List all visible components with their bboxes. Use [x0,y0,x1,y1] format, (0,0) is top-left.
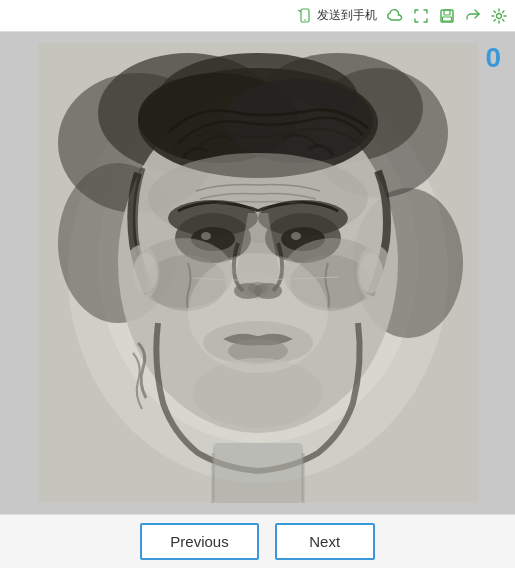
settings-icon [491,8,507,24]
svg-rect-39 [213,443,303,503]
svg-point-28 [291,232,301,240]
portrait-image [38,43,478,503]
cloud-button[interactable] [387,8,403,24]
image-area: 0 [0,32,515,514]
save-button[interactable] [439,8,455,24]
send-to-phone-icon [297,8,313,24]
image-counter: 0 [485,42,501,74]
svg-rect-3 [444,10,450,15]
fullscreen-button[interactable] [413,8,429,24]
share-icon [465,8,481,24]
svg-point-1 [304,19,306,21]
fullscreen-icon [413,8,429,24]
cloud-icon [387,8,403,24]
svg-point-5 [497,13,502,18]
svg-rect-4 [443,17,452,21]
share-button[interactable] [465,8,481,24]
previous-button[interactable]: Previous [140,523,258,560]
svg-point-27 [201,232,211,240]
svg-point-42 [133,253,157,293]
settings-button[interactable] [491,8,507,24]
navigation-area: Previous Next [0,514,515,568]
send-to-phone-button[interactable]: 发送到手机 [297,7,377,24]
send-to-phone-label: 发送到手机 [317,7,377,24]
toolbar: 发送到手机 [0,0,515,32]
main-container: 发送到手机 [0,0,515,568]
portrait-svg [38,43,478,503]
svg-point-40 [188,253,328,373]
next-button[interactable]: Next [275,523,375,560]
save-icon [439,8,455,24]
svg-point-44 [359,253,383,293]
